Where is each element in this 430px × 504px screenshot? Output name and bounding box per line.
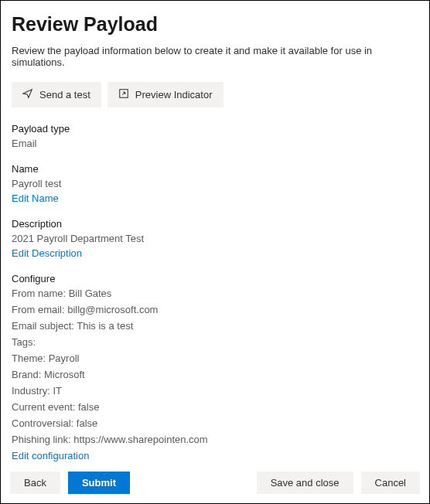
page-title: Review Payload (12, 13, 418, 36)
send-test-button[interactable]: Send a test (12, 82, 101, 107)
config-item: Current event: false (12, 401, 418, 413)
action-row: Send a test Preview Indicator (12, 82, 418, 107)
preview-indicator-button[interactable]: Preview Indicator (108, 82, 224, 107)
payload-type-section: Payload type Email (12, 123, 418, 149)
send-test-label: Send a test (39, 89, 90, 100)
preview-indicator-label: Preview Indicator (135, 89, 213, 100)
config-item: From name: Bill Gates (12, 288, 418, 299)
config-item: Phishing link: https://www.sharepointen.… (12, 434, 418, 445)
edit-configuration-link[interactable]: Edit configuration (12, 450, 89, 461)
config-item: Tags: (12, 336, 418, 348)
footer: Back Submit Save and close Cancel (1, 462, 429, 503)
description-label: Description (12, 218, 418, 230)
preview-icon (118, 88, 129, 101)
name-section: Name Payroll test Edit Name (12, 163, 418, 204)
edit-description-link[interactable]: Edit Description (12, 247, 82, 259)
edit-name-link[interactable]: Edit Name (12, 192, 59, 204)
save-and-close-button[interactable]: Save and close (257, 472, 353, 494)
name-label: Name (12, 163, 418, 175)
config-item: Email subject: This is a test (12, 320, 418, 332)
payload-type-label: Payload type (12, 123, 418, 135)
config-item: Brand: Microsoft (12, 369, 418, 380)
name-value: Payroll test (12, 178, 418, 189)
config-item: Controversial: false (12, 417, 418, 429)
cancel-button[interactable]: Cancel (361, 472, 420, 494)
configure-section: Configure From name: Bill Gates From ema… (12, 273, 418, 461)
page-subtitle: Review the payload information below to … (12, 45, 418, 68)
submit-button[interactable]: Submit (68, 472, 130, 494)
description-value: 2021 Payroll Department Test (12, 233, 418, 244)
send-icon (22, 88, 33, 101)
description-section: Description 2021 Payroll Department Test… (12, 218, 418, 259)
config-item: Industry: IT (12, 385, 418, 397)
configure-list: From name: Bill Gates From email: billg@… (12, 288, 418, 445)
payload-type-value: Email (12, 138, 418, 149)
config-item: Theme: Payroll (12, 352, 418, 364)
config-item: From email: billg@microsoft.com (12, 304, 418, 315)
back-button[interactable]: Back (10, 472, 60, 494)
configure-label: Configure (12, 273, 418, 284)
